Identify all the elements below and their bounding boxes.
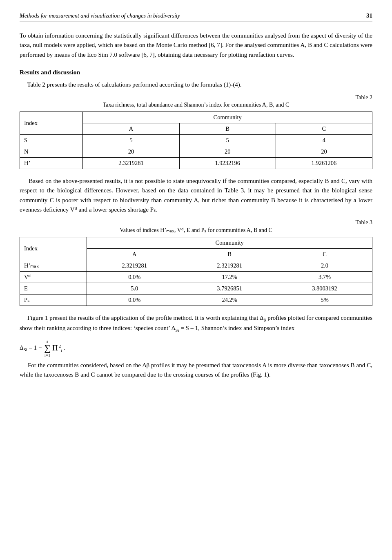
table2-row-b: 20 <box>179 146 276 158</box>
formula-sum: s ∑ i=1 <box>44 339 51 357</box>
table2-caption: Taxa richness, total abundance and Shann… <box>20 102 372 108</box>
table2-col-b: B <box>179 123 276 135</box>
figure-paragraph: Figure 1 present the results of the appl… <box>20 313 372 334</box>
table2-label: Table 2 <box>20 94 372 101</box>
table-row: N 20 20 20 <box>20 146 372 158</box>
table3-col-a: A <box>87 249 182 260</box>
table3-row-index: Vᵈ <box>20 272 87 283</box>
table2-row-index: H’ <box>20 158 83 169</box>
figure-text: Figure 1 present the results of the appl… <box>20 315 372 331</box>
table2-index-header: Index <box>20 112 83 135</box>
table2-row-a: 20 <box>83 146 179 158</box>
table2-row-index: N <box>20 146 83 158</box>
table-row: H’ₘₐₓ 2.3219281 2.3219281 2.0 <box>20 260 372 272</box>
table3-col-c: C <box>277 249 372 260</box>
table3-row-a: 0.0% <box>87 272 182 283</box>
table2: Index Community A B C S 5 5 4N 20 20 20H… <box>20 112 372 169</box>
table3-row-a: 0.0% <box>87 295 182 306</box>
table3-row-index: Pₛ <box>20 295 87 306</box>
table2-row-a: 2.3219281 <box>83 158 179 169</box>
table3-row-c: 5% <box>277 295 372 306</box>
table3-col-b: B <box>182 249 277 260</box>
table3-row-index: H’ₘₐₓ <box>20 260 87 272</box>
table3-row-a: 2.3219281 <box>87 260 182 272</box>
for-communities-text: For the communities considered, based on… <box>20 362 372 378</box>
table3-row-index: E <box>20 283 87 295</box>
table3: Index Community A B C H’ₘₐₓ 2.3219281 2.… <box>20 237 372 306</box>
page: Methods for measurement and visualizatio… <box>0 0 392 560</box>
header-title: Methods for measurement and visualizatio… <box>20 13 180 19</box>
based-on-text: Based on the above-presented results, it… <box>20 178 372 213</box>
table2-row-b: 5 <box>179 135 276 146</box>
table2-row-c: 4 <box>276 135 372 146</box>
table3-row-c: 2.0 <box>277 260 372 272</box>
table2-col-c: C <box>276 123 372 135</box>
table3-row-b: 17.2% <box>182 272 277 283</box>
table-row: H’ 2.3219281 1.9232196 1.9261206 <box>20 158 372 169</box>
intro-paragraph: To obtain information concerning the sta… <box>20 31 372 60</box>
formula-period: . <box>62 345 65 352</box>
table3-row-c: 3.7% <box>277 272 372 283</box>
table-row: Vᵈ 0.0% 17.2% 3.7% <box>20 272 372 283</box>
table3-caption: Values of indices H’ₘₐₓ, Vᵈ, E and Pₛ fo… <box>20 227 372 234</box>
table-row: S 5 5 4 <box>20 135 372 146</box>
table2-col-a: A <box>83 123 179 135</box>
table3-community-header: Community <box>87 237 372 249</box>
table3-label: Table 3 <box>20 219 372 226</box>
page-number: 31 <box>366 12 372 19</box>
table3-row-b: 2.3219281 <box>182 260 277 272</box>
table-row: Pₛ 0.0% 24.2% 5% <box>20 295 372 306</box>
results-paragraph: Table 2 presents the results of calculat… <box>20 80 372 89</box>
table2-row-c: 1.9261206 <box>276 158 372 169</box>
table2-community-header: Community <box>83 112 372 123</box>
table3-row-c: 3.8003192 <box>277 283 372 295</box>
formula-superscript: 2i <box>59 344 62 353</box>
formula-block: ΔSi = 1 − s ∑ i=1 Π 2i . <box>20 339 372 357</box>
page-header: Methods for measurement and visualizatio… <box>20 12 372 22</box>
table2-row-a: 5 <box>83 135 179 146</box>
table3-row-b: 3.7926851 <box>182 283 277 295</box>
table3-row-b: 24.2% <box>182 295 277 306</box>
table3-index-header: Index <box>20 237 87 260</box>
table-row: E 5.0 3.7926851 3.8003192 <box>20 283 372 295</box>
results-heading: Results and discussion <box>20 69 372 76</box>
formula-delta: ΔSi = 1 − <box>20 344 43 352</box>
table3-row-a: 5.0 <box>87 283 182 295</box>
table2-row-index: S <box>20 135 83 146</box>
table2-row-b: 1.9232196 <box>179 158 276 169</box>
formula-product-symbol: Π <box>52 344 58 353</box>
for-communities-paragraph: For the communities considered, based on… <box>20 361 372 380</box>
table2-row-c: 20 <box>276 146 372 158</box>
based-on-paragraph: Based on the above-presented results, it… <box>20 176 372 214</box>
